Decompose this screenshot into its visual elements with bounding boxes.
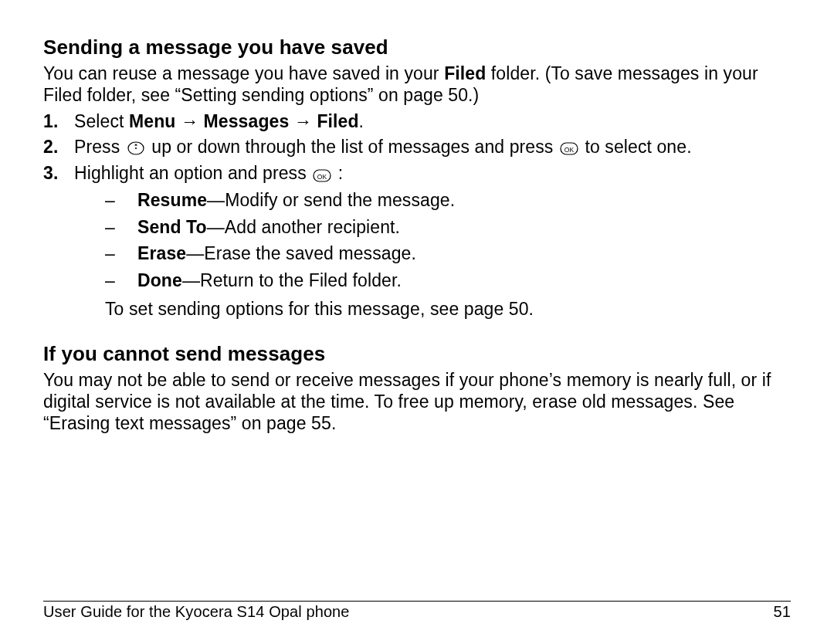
section-heading-sending: Sending a message you have saved	[43, 36, 791, 59]
page-number: 51	[774, 603, 791, 621]
step1-text-a: Select	[74, 111, 129, 131]
cannot-send-body: You may not be able to send or receive m…	[43, 369, 791, 434]
step3-text-a: Highlight an option and press	[74, 163, 311, 183]
option-label: Resume	[137, 190, 207, 210]
option-erase: Erase—Erase the saved message.	[105, 240, 791, 267]
options-list: Resume—Modify or send the message. Send …	[105, 187, 791, 293]
nav-circle-icon	[127, 137, 145, 159]
option-label: Done	[137, 270, 182, 290]
step1-filed: Filed	[317, 111, 358, 131]
section-heading-cannot-send: If you cannot send messages	[43, 342, 791, 366]
option-label: Send To	[137, 217, 207, 237]
option-desc: —Erase the saved message.	[186, 243, 416, 263]
steps-list: Select Menu → Messages → Filed. Press up…	[43, 110, 791, 320]
arrow-icon: →	[289, 111, 317, 131]
step1-menu: Menu	[129, 111, 175, 131]
page-footer: User Guide for the Kyocera S14 Opal phon…	[43, 601, 791, 621]
step1-period: .	[359, 111, 364, 131]
step-3: Highlight an option and press OK : Resum…	[43, 162, 791, 320]
ok-key-icon: OK	[560, 137, 578, 159]
step3-text-b: :	[338, 163, 344, 183]
option-desc: —Return to the Filed folder.	[182, 270, 402, 290]
option-resume: Resume—Modify or send the message.	[105, 187, 791, 214]
option-send-to: Send To—Add another recipient.	[105, 214, 791, 241]
step1-messages: Messages	[204, 111, 290, 131]
option-label: Erase	[137, 243, 186, 263]
intro-text-a: You can reuse a message you have saved i…	[43, 63, 444, 83]
footer-title: User Guide for the Kyocera S14 Opal phon…	[43, 603, 350, 621]
step-1: Select Menu → Messages → Filed.	[43, 110, 791, 133]
step2-text-c: to select one.	[585, 137, 691, 157]
intro-filed-bold: Filed	[444, 63, 486, 83]
step-2: Press up or down through the list of mes…	[43, 136, 791, 159]
arrow-icon: →	[175, 111, 203, 131]
svg-text:OK: OK	[564, 146, 575, 154]
svg-text:OK: OK	[317, 172, 327, 180]
step3-followup: To set sending options for this message,…	[105, 298, 791, 320]
step2-text-a: Press	[74, 137, 125, 157]
option-desc: —Modify or send the message.	[207, 190, 455, 210]
step2-text-b: up or down through the list of messages …	[151, 137, 558, 157]
intro-paragraph: You can reuse a message you have saved i…	[43, 63, 791, 106]
svg-point-1	[135, 147, 137, 149]
option-desc: —Add another recipient.	[207, 217, 400, 237]
ok-key-icon: OK	[313, 164, 331, 186]
option-done: Done—Return to the Filed folder.	[105, 267, 791, 294]
